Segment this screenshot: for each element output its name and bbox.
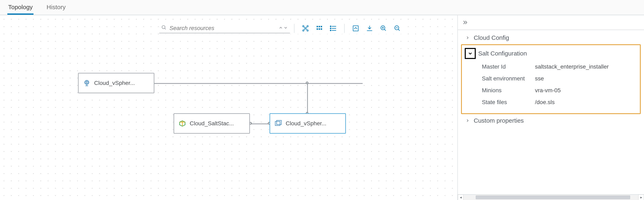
node-cloud-machine[interactable]: Cloud_vSpher... xyxy=(270,113,346,134)
section-cloud-config[interactable]: Cloud Config xyxy=(458,31,644,44)
svg-rect-15 xyxy=(319,28,320,30)
svg-line-9 xyxy=(304,29,305,30)
field-state-files-value: /doe.sls xyxy=(535,99,634,106)
svg-point-0 xyxy=(162,26,165,28)
field-salt-env-value: sse xyxy=(535,75,634,82)
section-title: Cloud Config xyxy=(474,34,509,41)
node-saltstack[interactable]: Cloud_SaltStac... xyxy=(174,113,250,134)
field-master-id-value: saltstack_enterprise_installer xyxy=(535,64,634,70)
panel-horizontal-scrollbar[interactable]: ◂ ▸ xyxy=(458,194,644,200)
node-label: Cloud_SaltStac... xyxy=(190,120,246,127)
tab-topology[interactable]: Topology xyxy=(7,2,34,15)
svg-point-3 xyxy=(307,26,308,27)
search-prev-icon[interactable] xyxy=(278,25,283,32)
zoom-in-button[interactable] xyxy=(380,24,388,32)
connector xyxy=(250,124,270,124)
svg-rect-16 xyxy=(321,28,322,30)
properties-panel: Network Cloud Config Salt C xyxy=(458,15,644,200)
chevron-down-icon xyxy=(465,48,476,59)
chevron-right-icon xyxy=(464,34,471,42)
svg-rect-23 xyxy=(353,26,358,31)
toolbar-separator xyxy=(294,24,294,33)
search-next-icon[interactable] xyxy=(284,25,288,32)
panel-collapse-button[interactable] xyxy=(458,15,644,30)
svg-rect-39 xyxy=(277,120,281,124)
svg-line-10 xyxy=(306,29,307,30)
canvas-toolbar xyxy=(159,23,404,34)
vm-icon xyxy=(274,119,283,128)
svg-rect-11 xyxy=(317,26,318,27)
toolbar-separator xyxy=(344,24,345,33)
svg-point-22 xyxy=(330,30,331,31)
view-grid-button[interactable] xyxy=(315,24,324,32)
node-label: Cloud_vSpher... xyxy=(286,120,342,127)
svg-point-20 xyxy=(330,26,331,27)
expand-all-button[interactable] xyxy=(366,24,374,32)
section-title: Custom properties xyxy=(474,117,524,124)
svg-line-29 xyxy=(384,29,386,30)
zoom-out-button[interactable] xyxy=(393,24,402,32)
svg-line-7 xyxy=(304,27,305,28)
field-minions-label: Minions xyxy=(482,87,527,94)
svg-point-5 xyxy=(307,30,308,31)
page-tabs: Topology History xyxy=(0,0,644,15)
salt-config-highlight: Salt Configuration Master Id saltstack_e… xyxy=(461,44,641,114)
svg-line-8 xyxy=(306,27,307,28)
search-input[interactable] xyxy=(169,25,274,32)
svg-rect-38 xyxy=(275,122,280,126)
salt-config-fields: Master Id saltstack_enterprise_installer… xyxy=(462,62,640,109)
scroll-thumb[interactable] xyxy=(476,196,630,199)
connector xyxy=(307,83,308,113)
view-topology-button[interactable] xyxy=(302,24,310,32)
svg-rect-13 xyxy=(321,26,322,27)
tab-history[interactable]: History xyxy=(46,2,66,15)
node-cloud-network[interactable]: Cloud_vSpher... xyxy=(78,73,154,93)
network-icon xyxy=(82,78,91,88)
collapse-all-button[interactable] xyxy=(352,24,360,32)
svg-point-4 xyxy=(302,30,304,31)
section-custom-properties[interactable]: Custom properties xyxy=(458,114,644,127)
field-salt-env-label: Salt environment xyxy=(482,75,527,82)
chevron-right-icon xyxy=(464,117,471,124)
saltstack-icon xyxy=(178,119,187,128)
field-master-id-label: Master Id xyxy=(482,64,527,70)
node-label: Cloud_vSpher... xyxy=(94,80,150,86)
field-state-files-label: State files xyxy=(482,99,527,106)
svg-point-21 xyxy=(330,28,331,29)
svg-line-32 xyxy=(398,29,400,30)
section-salt-configuration[interactable]: Salt Configuration xyxy=(462,45,640,62)
topology-canvas[interactable]: Cloud_vSpher... Cloud_SaltStac... Cloud_… xyxy=(0,15,458,200)
svg-rect-12 xyxy=(319,26,320,27)
section-title: Salt Configuration xyxy=(478,50,527,57)
view-list-button[interactable] xyxy=(329,24,337,32)
scroll-left-icon[interactable]: ◂ xyxy=(458,194,464,200)
search-input-wrap xyxy=(159,24,290,33)
scroll-right-icon[interactable]: ▸ xyxy=(638,194,644,200)
svg-line-1 xyxy=(164,28,166,29)
connector xyxy=(154,83,363,84)
svg-point-2 xyxy=(302,26,304,27)
field-minions-value: vra-vm-05 xyxy=(535,87,634,94)
svg-rect-14 xyxy=(317,28,318,30)
search-icon xyxy=(161,25,166,32)
connector-endpoint xyxy=(306,82,308,84)
